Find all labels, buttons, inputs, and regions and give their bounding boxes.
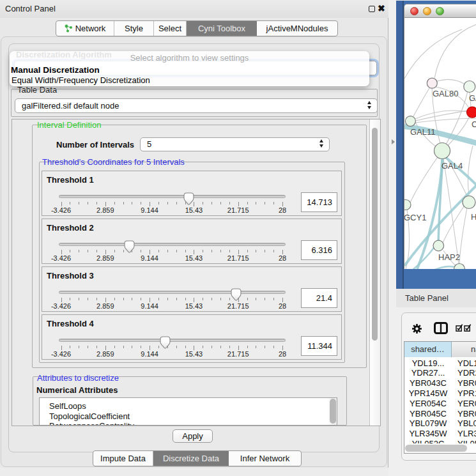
svg-text:GA: GA <box>469 93 476 103</box>
svg-text:HAP2: HAP2 <box>438 252 460 262</box>
svg-text:CA: CA <box>472 119 476 129</box>
svg-text:H: H <box>471 212 476 222</box>
svg-text:GCY1: GCY1 <box>404 213 426 222</box>
svg-text:GAL4: GAL4 <box>441 161 463 171</box>
svg-text:GAL80: GAL80 <box>433 89 458 98</box>
svg-text:GAL11: GAL11 <box>410 127 436 137</box>
